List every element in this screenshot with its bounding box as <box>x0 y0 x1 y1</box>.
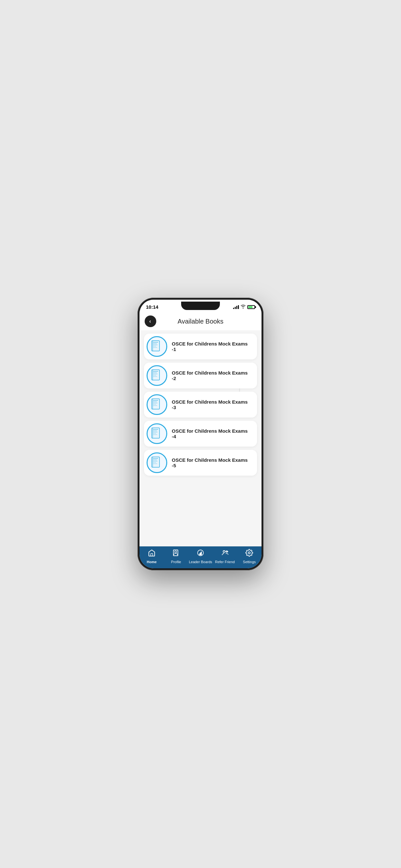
phone-shell: 10:14 <box>137 298 264 570</box>
nav-label-home: Home <box>147 560 157 564</box>
nav-item-profile[interactable]: Profile <box>164 549 189 564</box>
svg-rect-23 <box>153 375 156 376</box>
svg-point-49 <box>175 551 177 553</box>
svg-point-54 <box>223 551 225 553</box>
svg-rect-22 <box>153 374 158 374</box>
signal-bar-3 <box>236 306 237 309</box>
book-icon-2 <box>147 365 167 386</box>
books-list: OSCE for Childrens Mock Exams -1 <box>140 330 261 479</box>
svg-rect-41 <box>153 458 158 459</box>
book-item[interactable]: OSCE for Childrens Mock Exams -1 <box>144 334 257 360</box>
book-title-3: OSCE for Childrens Mock Exams -3 <box>172 399 252 410</box>
header: ‹ Available Books <box>140 312 261 330</box>
svg-rect-37 <box>153 433 156 434</box>
nav-item-refer[interactable]: Refer Friend <box>213 549 237 564</box>
signal-bar-4 <box>238 305 239 309</box>
nav-label-profile: Profile <box>171 560 181 564</box>
book-icon-4 <box>147 423 167 444</box>
svg-rect-30 <box>153 404 156 405</box>
svg-rect-45 <box>153 463 157 464</box>
book-icon-1 <box>147 336 167 357</box>
signal-bar-2 <box>235 307 236 309</box>
svg-rect-38 <box>153 434 157 435</box>
svg-rect-18 <box>152 341 153 351</box>
svg-rect-24 <box>153 376 157 377</box>
settings-icon <box>245 549 253 559</box>
svg-point-57 <box>248 552 250 554</box>
book-title-1: OSCE for Childrens Mock Exams -1 <box>172 341 252 352</box>
book-title-2: OSCE for Childrens Mock Exams -2 <box>172 370 252 381</box>
svg-rect-42 <box>153 460 157 460</box>
status-time: 10:14 <box>146 304 158 310</box>
nav-item-settings[interactable]: Settings <box>237 549 261 564</box>
svg-rect-27 <box>153 400 158 401</box>
signal-bar-1 <box>233 308 234 309</box>
book-icon-3 <box>147 394 167 415</box>
book-icon-5 <box>147 453 167 473</box>
content-area: OSCE for Childrens Mock Exams -1 <box>140 330 261 547</box>
nav-item-home[interactable]: Home <box>140 549 164 564</box>
status-icons <box>233 305 255 309</box>
book-title-5: OSCE for Childrens Mock Exams -5 <box>172 457 252 468</box>
svg-rect-32 <box>152 399 153 409</box>
notch <box>181 302 220 310</box>
profile-icon <box>172 549 180 559</box>
back-chevron-icon: ‹ <box>149 318 151 324</box>
svg-rect-44 <box>153 462 156 463</box>
back-button[interactable]: ‹ <box>145 315 156 327</box>
battery-fill <box>248 306 252 308</box>
book-item[interactable]: OSCE for Childrens Mock Exams -4 <box>144 421 257 446</box>
svg-rect-39 <box>152 428 153 438</box>
book-title-4: OSCE for Childrens Mock Exams -4 <box>172 428 252 439</box>
book-item[interactable]: OSCE for Childrens Mock Exams -5 <box>144 450 257 476</box>
svg-rect-20 <box>153 371 158 372</box>
svg-rect-17 <box>153 347 157 348</box>
svg-rect-29 <box>153 403 158 403</box>
leaderboards-icon <box>197 549 204 559</box>
svg-rect-16 <box>153 346 156 346</box>
nav-label-leaderboards: Leader Boards <box>189 560 212 564</box>
book-item[interactable]: OSCE for Childrens Mock Exams -2 <box>144 363 257 389</box>
page-title: Available Books <box>156 318 245 325</box>
bottom-nav: Home Profile <box>140 547 261 568</box>
svg-rect-28 <box>153 401 157 402</box>
nav-label-settings: Settings <box>243 560 256 564</box>
svg-rect-25 <box>152 370 153 380</box>
svg-rect-53 <box>201 552 202 555</box>
phone-wrapper: 10:14 <box>137 298 264 570</box>
svg-rect-14 <box>153 343 157 344</box>
nav-item-leaderboards[interactable]: Leader Boards <box>188 549 213 564</box>
phone-screen: 10:14 <box>140 300 261 568</box>
svg-rect-13 <box>153 342 158 343</box>
svg-rect-46 <box>152 457 153 467</box>
svg-rect-15 <box>153 345 158 345</box>
book-item[interactable]: OSCE for Childrens Mock Exams -3 <box>144 392 257 417</box>
wifi-icon <box>241 305 246 309</box>
signal-bars-icon <box>233 305 239 309</box>
home-icon <box>148 549 156 559</box>
svg-rect-31 <box>153 405 157 406</box>
refer-icon <box>221 549 229 559</box>
svg-rect-35 <box>153 430 157 431</box>
svg-rect-21 <box>153 372 157 373</box>
svg-rect-34 <box>153 429 158 430</box>
svg-rect-47 <box>151 554 153 556</box>
battery-icon <box>247 305 255 309</box>
svg-rect-36 <box>153 432 158 432</box>
svg-rect-43 <box>153 461 158 461</box>
nav-label-refer: Refer Friend <box>215 560 235 564</box>
